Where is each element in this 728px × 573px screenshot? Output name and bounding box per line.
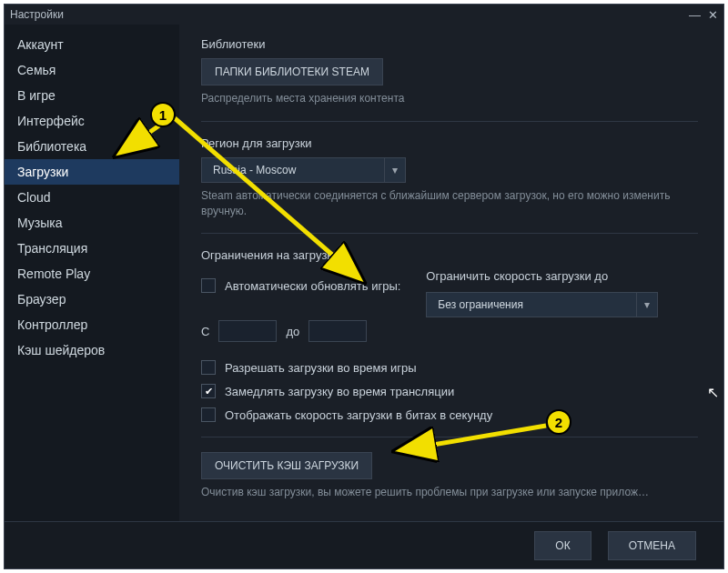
chevron-down-icon[interactable]: ▾ bbox=[636, 293, 657, 317]
window-controls: — ✕ bbox=[689, 8, 718, 22]
divider bbox=[201, 437, 698, 437]
auto-update-row: Автоматически обновлять игры: С до Огран… bbox=[201, 269, 698, 351]
sidebar-item-controller[interactable]: Контроллер bbox=[5, 312, 179, 337]
sidebar-item-family[interactable]: Семья bbox=[5, 57, 179, 83]
minimize-icon[interactable]: — bbox=[689, 8, 701, 22]
show-bits-label: Отображать скорость загрузки в битах в с… bbox=[225, 408, 492, 422]
sidebar-item-account[interactable]: Аккаунт bbox=[5, 32, 179, 57]
ok-button[interactable]: ОК bbox=[534, 531, 591, 560]
section-libraries-title: Библиотеки bbox=[201, 37, 698, 51]
throttle-stream-label: Замедлять загрузку во время трансляции bbox=[225, 385, 454, 398]
limit-label: Ограничить скорость загрузки до bbox=[426, 269, 658, 283]
library-folders-button[interactable]: ПАПКИ БИБЛИОТЕКИ STEAM bbox=[201, 58, 383, 85]
auto-update-col: Автоматически обновлять игры: С до bbox=[201, 269, 400, 351]
divider bbox=[201, 233, 698, 234]
dialog-footer: ОК ОТМЕНА bbox=[5, 521, 723, 568]
allow-ingame-checkbox[interactable] bbox=[201, 360, 216, 375]
clear-cache-desc: Очистив кэш загрузки, вы можете решить п… bbox=[201, 485, 698, 500]
sidebar-item-broadcast[interactable]: Трансляция bbox=[5, 236, 179, 261]
download-region-dropdown[interactable]: Russia - Moscow ▾ bbox=[201, 157, 406, 183]
dialog-body: Аккаунт Семья В игре Интерфейс Библиотек… bbox=[5, 25, 723, 521]
bandwidth-limit-dropdown[interactable]: Без ограничения ▾ bbox=[426, 292, 658, 317]
time-to-input[interactable] bbox=[308, 320, 367, 342]
sidebar-item-ingame[interactable]: В игре bbox=[5, 83, 179, 108]
auto-update-checkbox[interactable] bbox=[201, 278, 216, 293]
close-icon[interactable]: ✕ bbox=[708, 8, 718, 22]
sidebar-item-remoteplay[interactable]: Remote Play bbox=[5, 261, 179, 286]
to-label: до bbox=[286, 325, 299, 338]
sidebar-item-cloud[interactable]: Cloud bbox=[5, 185, 179, 210]
allow-ingame-label: Разрешать загрузки во время игры bbox=[225, 361, 417, 375]
window-title: Настройки bbox=[10, 8, 64, 21]
limit-col: Ограничить скорость загрузки до Без огра… bbox=[426, 269, 658, 317]
sidebar: Аккаунт Семья В игре Интерфейс Библиотек… bbox=[5, 25, 179, 521]
clear-download-cache-button[interactable]: ОЧИСТИТЬ КЭШ ЗАГРУЗКИ bbox=[201, 452, 372, 479]
throttle-stream-checkbox[interactable] bbox=[201, 384, 216, 398]
section-region-title: Регион для загрузки bbox=[201, 136, 698, 150]
region-desc: Steam автоматически соединяется с ближай… bbox=[201, 188, 698, 219]
section-restrict-title: Ограничения на загрузку bbox=[201, 248, 698, 262]
sidebar-item-downloads[interactable]: Загрузки bbox=[5, 159, 179, 185]
auto-update-label: Автоматически обновлять игры: bbox=[225, 279, 400, 293]
library-desc: Распределить места хранения контента bbox=[201, 91, 698, 106]
cancel-button[interactable]: ОТМЕНА bbox=[608, 531, 696, 560]
time-from-input[interactable] bbox=[218, 320, 277, 342]
content-pane: Библиотеки ПАПКИ БИБЛИОТЕКИ STEAM Распре… bbox=[179, 25, 723, 521]
divider bbox=[201, 121, 698, 122]
chevron-down-icon[interactable]: ▾ bbox=[384, 158, 405, 182]
sidebar-item-browser[interactable]: Браузер bbox=[5, 286, 179, 312]
annotation-badge-2: 2 bbox=[546, 409, 571, 435]
mouse-cursor-icon: ↖ bbox=[707, 384, 719, 401]
sidebar-item-library[interactable]: Библиотека bbox=[5, 134, 179, 159]
from-label: С bbox=[201, 325, 209, 338]
download-region-value: Russia - Moscow bbox=[202, 158, 384, 182]
settings-window: Настройки — ✕ Аккаунт Семья В игре Интер… bbox=[4, 4, 724, 569]
titlebar: Настройки — ✕ bbox=[5, 5, 723, 25]
show-bits-checkbox[interactable] bbox=[201, 407, 216, 422]
bandwidth-limit-value: Без ограничения bbox=[427, 293, 636, 317]
sidebar-item-shadercache[interactable]: Кэш шейдеров bbox=[5, 337, 179, 363]
sidebar-item-music[interactable]: Музыка bbox=[5, 210, 179, 236]
annotation-badge-1: 1 bbox=[150, 102, 176, 127]
